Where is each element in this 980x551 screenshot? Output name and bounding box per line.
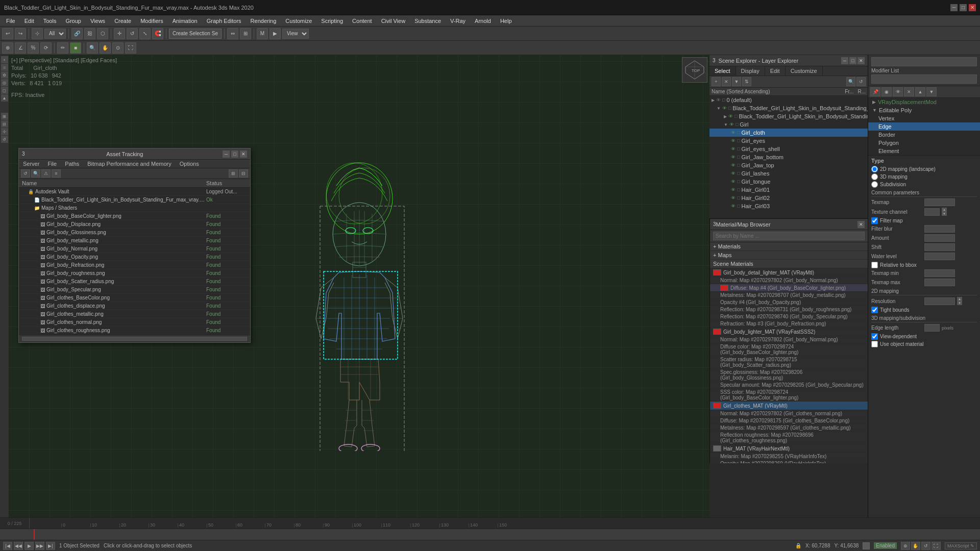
tree-item-girl-eyes[interactable]: 👁 □ Girl_eyes bbox=[709, 137, 868, 145]
menu-tools[interactable]: Tools bbox=[39, 17, 61, 25]
status-z-control[interactable] bbox=[863, 542, 870, 549]
param-tight-check[interactable] bbox=[871, 307, 878, 313]
tree-item-main2[interactable]: ▶ 👁 □ Black_Toddler_Girl_Light_Skin_in_B… bbox=[709, 112, 868, 120]
menu-create[interactable]: Create bbox=[110, 17, 135, 25]
param-texmap-input[interactable]: Map #20702987... bbox=[924, 198, 955, 206]
nav-orbit-btn[interactable]: ↺ bbox=[921, 542, 930, 550]
mat-sub-opacity[interactable]: Opacity #4 (Girl_body_Opacity.png) bbox=[710, 299, 868, 306]
menu-animation[interactable]: Animation bbox=[168, 17, 202, 25]
tb2-edit-named[interactable]: ✏ bbox=[57, 42, 68, 54]
at-row-map2[interactable]: 🖼 Girl_body_Displace.png Found bbox=[19, 220, 250, 229]
mod-item-vray-disp[interactable]: ▶ VRayDisplacementMod bbox=[868, 98, 980, 106]
at-menu-options[interactable]: Options bbox=[176, 160, 203, 168]
tb2-orbit[interactable]: ⊙ bbox=[112, 42, 124, 54]
tree-item-jaw-top[interactable]: 👁 □ Girl_Jaw_top bbox=[709, 161, 868, 169]
tb2-pan[interactable]: ✋ bbox=[100, 42, 111, 54]
mod-current[interactable]: VRayDisplacementMod bbox=[871, 74, 977, 84]
at-menu-bitmap[interactable]: Bitmap Performance and Memory bbox=[83, 160, 175, 168]
menu-arnold[interactable]: Arnold bbox=[471, 17, 495, 25]
maxscript-btn[interactable]: MAXScript ✎ bbox=[945, 542, 977, 549]
param-texchan-input[interactable]: 1 bbox=[924, 208, 940, 216]
param-edge-input[interactable]: 4,0 bbox=[924, 324, 940, 332]
navigation-gizmo[interactable]: TOP bbox=[682, 57, 707, 83]
tb-scale[interactable]: ⤡ bbox=[139, 28, 151, 39]
timeline-track[interactable] bbox=[0, 529, 980, 540]
at-row-maps-folder[interactable]: 📁 Maps / Shaders bbox=[19, 204, 250, 212]
lt-utilities[interactable]: ▲ bbox=[1, 94, 8, 102]
mod-object-name[interactable]: Girl_cloth bbox=[871, 57, 977, 66]
lt-motion[interactable]: ◎ bbox=[1, 79, 8, 86]
at-menu-server[interactable]: Server bbox=[19, 160, 43, 168]
at-menu-paths[interactable]: Paths bbox=[61, 160, 83, 168]
res-down[interactable]: ▼ bbox=[957, 301, 962, 305]
at-tb-collapse[interactable]: ⊟ bbox=[239, 169, 248, 178]
mod-pin[interactable]: 📌 bbox=[870, 87, 880, 96]
mat-sss-color[interactable]: SSS color: Map #2070298724 (Girl_body_Ba… bbox=[710, 389, 868, 402]
mat-sub-refl-rough[interactable]: Reflection: Map #2070298731 (Girl_body_r… bbox=[710, 306, 868, 313]
nav-pan-btn[interactable]: ✋ bbox=[911, 542, 920, 550]
menu-rendering[interactable]: Rendering bbox=[247, 17, 281, 25]
mod-sub-element[interactable]: Element bbox=[868, 147, 980, 155]
param-relbbox-check[interactable] bbox=[871, 262, 878, 268]
tb2-snap-toggle[interactable]: ⊕ bbox=[2, 42, 13, 54]
mat-clothes[interactable]: Girl_clothes_MAT (VRayMtl) bbox=[710, 402, 868, 410]
param-shift-input[interactable]: 0,0cm bbox=[924, 243, 955, 251]
minimize-button[interactable]: ─ bbox=[950, 4, 958, 11]
close-button[interactable]: ✕ bbox=[969, 4, 976, 11]
se-tab-display[interactable]: Display bbox=[736, 66, 765, 76]
mat-sss-normal[interactable]: Normal: Map #2070297802 (Girl_body_Norma… bbox=[710, 336, 868, 343]
param-useobjmat-check[interactable] bbox=[871, 341, 878, 347]
tb2-spinner-snap[interactable]: ⟳ bbox=[40, 42, 52, 54]
se-maximize[interactable]: □ bbox=[849, 57, 856, 64]
at-row-map12[interactable]: 🖼 Girl_clothes_displace.png Found bbox=[19, 302, 250, 310]
mat-sss-diffuse[interactable]: Diffuse color: Map #2070298724 (Girl_bod… bbox=[710, 343, 868, 356]
at-row-file[interactable]: 📄 Black_Toddler_Girl_Light_Skin_in_Bodys… bbox=[19, 196, 250, 204]
at-close[interactable]: ✕ bbox=[240, 151, 247, 158]
tree-item-default[interactable]: ▶ 👁 □ 0 (default) bbox=[709, 96, 868, 104]
at-row-map4[interactable]: 🖼 Girl_body_metallic.png Found bbox=[19, 237, 250, 245]
at-row-map10[interactable]: 🖼 Girl_body_Specular.png Found bbox=[19, 286, 250, 294]
tb-material-editor[interactable]: M bbox=[257, 28, 268, 39]
menu-content[interactable]: Content bbox=[348, 17, 376, 25]
se-btn-filter[interactable]: ▼ bbox=[732, 77, 741, 86]
tree-item-main1[interactable]: ▼ 👁 □ Black_Toddler_Girl_Light_Skin_in_B… bbox=[709, 104, 868, 112]
param-water-input[interactable]: 0,0cm bbox=[924, 253, 955, 260]
at-row-map7[interactable]: 🖼 Girl_body_Refraction.png Found bbox=[19, 261, 250, 269]
tb2-maximize[interactable]: ⛶ bbox=[125, 42, 136, 54]
mat-sss-scatter[interactable]: Scatter radius: Map #2070298715 (Girl_bo… bbox=[710, 356, 868, 369]
mod-sub-edge[interactable]: Edge bbox=[868, 122, 980, 131]
at-row-map11[interactable]: 🖼 Girl_clothes_BaseColor.png Found bbox=[19, 294, 250, 302]
at-maximize[interactable]: □ bbox=[231, 151, 238, 158]
mat-sss-gloss[interactable]: Spec.glossiness: Map #2070298206 (Girl_b… bbox=[710, 369, 868, 382]
mod-up[interactable]: ▲ bbox=[915, 87, 925, 96]
tb-snap[interactable]: 🧲 bbox=[152, 28, 163, 39]
lt-create[interactable]: + bbox=[1, 56, 8, 63]
btn-play[interactable]: ▶ bbox=[24, 542, 34, 550]
mat-section-materials[interactable]: + Materials bbox=[710, 242, 868, 251]
se-btn-search[interactable]: 🔍 bbox=[846, 77, 855, 86]
param-viewdep-check[interactable] bbox=[871, 333, 878, 340]
tb2-zoom[interactable]: 🔍 bbox=[87, 42, 98, 54]
at-tb-list[interactable]: ≡ bbox=[52, 169, 61, 178]
param-type-2d[interactable]: 2D mapping (landscape) bbox=[871, 166, 977, 172]
lt-pan[interactable]: ☩ bbox=[1, 128, 8, 135]
se-btn-sort[interactable]: ⇅ bbox=[742, 77, 751, 86]
lt-display[interactable]: ◻ bbox=[1, 87, 8, 94]
at-tb-missing[interactable]: ⚠ bbox=[41, 169, 51, 178]
param-radio-3d[interactable] bbox=[871, 173, 878, 180]
param-type-subdiv[interactable]: Subdivision bbox=[871, 181, 977, 188]
tb-link[interactable]: 🔗 bbox=[71, 28, 83, 39]
tb2-percent-snap[interactable]: % bbox=[28, 42, 39, 54]
mat-clothes-refl[interactable]: Reflection roughness: Map #2070298696 (G… bbox=[710, 432, 868, 444]
mat-body-lighter[interactable]: Girl_body_lighter_MAT (VRayFastSSS2) bbox=[710, 328, 868, 336]
se-minimize[interactable]: ─ bbox=[841, 57, 848, 64]
tree-item-lashes[interactable]: 👁 □ Girl_lashes bbox=[709, 169, 868, 178]
tb2-angle-snap[interactable]: ∠ bbox=[15, 42, 26, 54]
mat-close[interactable]: ✕ bbox=[857, 221, 865, 228]
se-btn-del[interactable]: ✕ bbox=[722, 77, 731, 86]
param-filtermap-check[interactable] bbox=[871, 217, 878, 224]
at-menu-file[interactable]: File bbox=[43, 160, 61, 168]
menu-substance[interactable]: Substance bbox=[410, 17, 445, 25]
mod-sub-vertex[interactable]: Vertex bbox=[868, 114, 980, 122]
at-tb-expand[interactable]: ⊞ bbox=[229, 169, 238, 178]
